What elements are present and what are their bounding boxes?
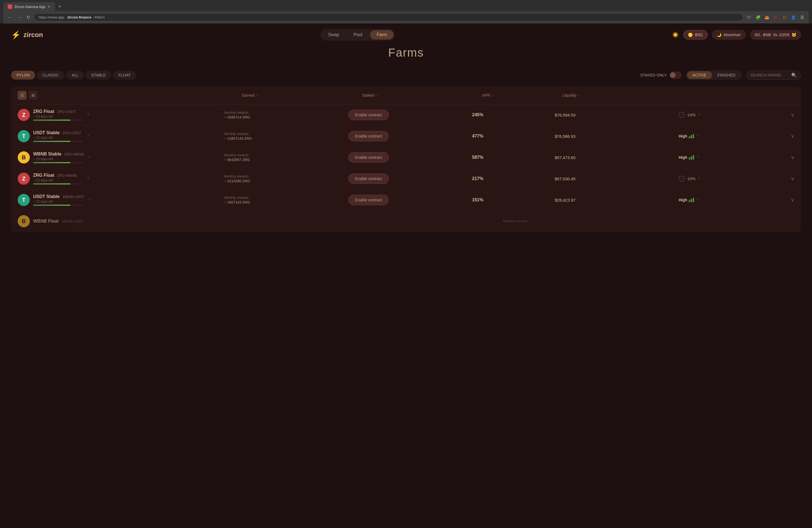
brave-icon[interactable]: B: [772, 14, 779, 21]
moonriver-icon: 🌙: [717, 33, 721, 37]
farm-chevron-4[interactable]: ∨: [778, 197, 794, 203]
farm-pair-3: ZRG-WBNB: [57, 173, 77, 178]
tab-active[interactable]: ACTIVE: [687, 71, 712, 79]
farm-chevron-3[interactable]: ∨: [778, 176, 794, 182]
header: ⚡ zircon Swap Pool Farm ☀️ 🟡 BSC 🌙 Moonr…: [0, 24, 812, 46]
farm-staked-3: Enable contract: [348, 173, 472, 184]
filter-float[interactable]: FLOAT: [113, 71, 136, 79]
farm-progress-bar-2: [33, 162, 70, 163]
moonriver-chain-button[interactable]: 🌙 Moonriver: [712, 30, 745, 40]
impact-help-2[interactable]: ?: [697, 156, 699, 159]
staked-only-toggle: STAKED ONLY: [640, 72, 682, 78]
farm-days-3: ~ 23 days left: [33, 178, 83, 182]
col-apr-header[interactable]: APR ↑↓: [482, 93, 562, 98]
farm-extra-4: High ?: [679, 198, 778, 202]
nav-pool[interactable]: Pool: [347, 30, 369, 40]
extensions-icon[interactable]: 🧩: [755, 14, 761, 21]
nav-farm[interactable]: Farm: [370, 30, 394, 40]
status-tabs: ACTIVE FINISHED: [686, 70, 742, 80]
enable-contract-btn-0[interactable]: Enable contract: [348, 109, 389, 120]
farm-liq-1: $76,586.93: [555, 134, 679, 138]
token-icon[interactable]: ⬡: [781, 14, 788, 21]
bsc-chain-button[interactable]: 🟡 BSC: [683, 30, 708, 40]
enable-contract-btn-1[interactable]: Enable contract: [348, 131, 389, 142]
bsc-label: BSC: [695, 33, 703, 37]
impact-help-0[interactable]: ?: [698, 113, 700, 117]
url-prefix: https://www.app.: [39, 15, 65, 19]
farm-progress-0: [33, 120, 83, 121]
logo[interactable]: ⚡ zircon: [11, 30, 43, 40]
farm-earned-5: Monthly rewards: [503, 219, 795, 223]
back-button[interactable]: ←: [6, 14, 13, 21]
farm-name-5: WBNB Float: [33, 219, 59, 223]
address-bar[interactable]: https://www.app.zircon.finance/#/farm: [34, 13, 743, 21]
farm-help-0[interactable]: ?: [87, 113, 89, 117]
staked-only-switch[interactable]: [669, 72, 682, 78]
theme-toggle-icon[interactable]: ☀️: [672, 31, 679, 38]
col-liq-header[interactable]: Liquidity ↑↓: [562, 93, 682, 98]
reload-button[interactable]: ↻: [25, 14, 31, 21]
tab-close-button[interactable]: ✕: [47, 5, 50, 9]
farm-name-info-3: ZRG Float ZRG-WBNB ~ 23 days left: [33, 173, 83, 185]
farm-row[interactable]: T USDT Stable WBNB-USDT ~ 23 days left ?: [11, 189, 801, 211]
farm-row[interactable]: T USDT Stable ZRG-USDT ~ 23 days left ?: [11, 126, 801, 147]
farm-help-2[interactable]: ?: [88, 156, 90, 159]
type-filter: PYLON CLASSIC ALL STABLE FLOAT: [11, 71, 136, 79]
browser-chrome: Zircon Gamma App ✕ + ← → ↻ https://www.a…: [0, 0, 812, 24]
farm-help-3[interactable]: ?: [87, 177, 89, 180]
fox-icon[interactable]: 🦊: [764, 14, 770, 21]
impact-help-1[interactable]: ?: [697, 134, 699, 138]
farm-chevron-2[interactable]: ∨: [778, 155, 794, 160]
impact-help-4[interactable]: ?: [697, 198, 699, 202]
filter-bar: PYLON CLASSIC ALL STABLE FLOAT STAKED ON…: [11, 70, 801, 80]
farm-progress-2: [33, 162, 83, 163]
col-earned-header[interactable]: Earned ↑↓: [242, 93, 362, 98]
filter-all[interactable]: ALL: [66, 71, 84, 79]
farm-chevron-0[interactable]: ∨: [778, 112, 794, 118]
staked-only-label: STAKED ONLY: [640, 73, 667, 77]
farm-row[interactable]: B WBNB Stable ZRG-WBNB ~ 23 days left ?: [11, 147, 801, 168]
apr-sort-icon: ↑↓: [491, 93, 494, 97]
farm-liq-3: $57,530.45: [555, 176, 679, 181]
enable-contract-btn-3[interactable]: Enable contract: [348, 173, 389, 184]
farm-avatar-2: B: [18, 151, 30, 163]
new-tab-button[interactable]: +: [56, 3, 63, 11]
filter-classic[interactable]: CLASSIC: [37, 71, 64, 79]
farm-row[interactable]: Z ZRG Float ZRG-WBNB ~ 23 days left ?: [11, 168, 801, 189]
wallet-button[interactable]: 0O.. BNB 0x..D2D9 🐱: [750, 30, 801, 40]
page-title: Farms: [11, 46, 801, 59]
enable-contract-btn-4[interactable]: Enable contract: [348, 195, 389, 205]
search-box[interactable]: 🔍: [746, 71, 801, 80]
farm-table: ☰ ⊞ Earned ↑↓ Staked ↑↓ APR ↑↓: [11, 86, 801, 232]
header-right: ☀️ 🟡 BSC 🌙 Moonriver 0O.. BNB 0x..D2D9 🐱: [672, 30, 801, 40]
tab-finished[interactable]: FINISHED: [712, 71, 741, 79]
farm-progress-4: [33, 205, 83, 206]
list-view-icon[interactable]: ☰: [18, 91, 27, 100]
nav-swap[interactable]: Swap: [321, 30, 346, 40]
grid-view-icon[interactable]: ⊞: [29, 91, 38, 100]
farm-chevron-1[interactable]: ∨: [778, 133, 794, 139]
farm-apr-4: 151%: [472, 197, 555, 202]
farm-name-info-0: ZRG Float ZRG-USDT ~ 23 days left: [33, 109, 83, 121]
farm-progress-bar-4: [33, 205, 70, 206]
impact-help-3[interactable]: ?: [698, 177, 700, 180]
enable-contract-btn-2[interactable]: Enable contract: [348, 152, 389, 163]
farm-earned-3: Monthly rewards ~ 3214286 ZRG: [224, 175, 348, 183]
farm-earned-2: Monthly rewards ~ 9642857 ZRG: [224, 153, 348, 162]
farm-row[interactable]: Z ZRG Float ZRG-USDT ~ 23 days left ?: [11, 104, 801, 126]
farm-help-1[interactable]: ?: [87, 134, 89, 138]
col-staked-header[interactable]: Staked ↑↓: [362, 93, 482, 98]
impact-pct-0: -14%: [686, 113, 695, 117]
farm-days-1: ~ 23 days left: [33, 136, 83, 140]
forward-button[interactable]: →: [16, 14, 23, 21]
app: ⚡ zircon Swap Pool Farm ☀️ 🟡 BSC 🌙 Moonr…: [0, 24, 812, 527]
search-input[interactable]: [750, 73, 789, 77]
user-icon[interactable]: 👤: [790, 14, 797, 21]
farm-row[interactable]: B WBNB Float WBNB-USDT Monthly rewards: [11, 211, 801, 232]
bar-chart-icon-2: [689, 155, 694, 160]
menu-icon[interactable]: ☰: [799, 14, 806, 21]
farm-help-4[interactable]: ?: [89, 198, 91, 202]
active-tab[interactable]: Zircon Gamma App ✕: [3, 2, 55, 11]
filter-pylon[interactable]: PYLON: [11, 71, 35, 79]
filter-stable[interactable]: STABLE: [86, 71, 111, 79]
